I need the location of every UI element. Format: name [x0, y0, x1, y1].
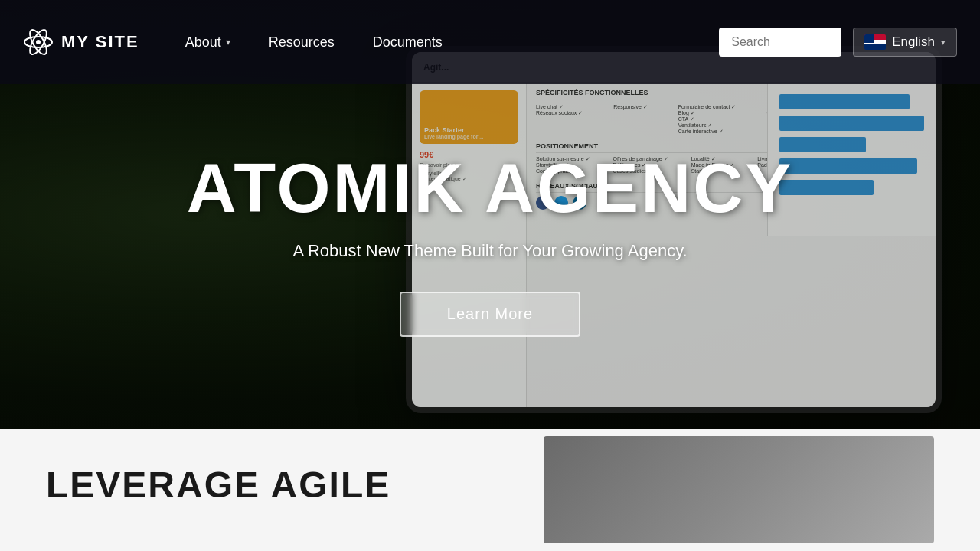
atom-icon: [23, 27, 54, 57]
below-hero-left: LEVERAGE AGILE: [46, 444, 498, 504]
navbar: MY SITE About ▾ Resources Documents Engl…: [0, 0, 980, 84]
below-hero-image-inner: [544, 436, 934, 543]
nav-resources-label: Resources: [269, 34, 335, 51]
hero-title: ATOMIK AGENCY: [187, 154, 793, 223]
nav-about[interactable]: About ▾: [170, 27, 246, 58]
nav-right: English ▾: [719, 28, 957, 57]
below-hero-title: LEVERAGE AGILE: [46, 467, 498, 504]
below-hero-section: LEVERAGE AGILE: [0, 429, 980, 551]
logo-text: MY SITE: [61, 32, 139, 52]
nav-documents-label: Documents: [373, 34, 443, 51]
site-logo[interactable]: MY SITE: [23, 27, 139, 57]
flag-us-icon: [864, 34, 886, 50]
nav-documents[interactable]: Documents: [358, 27, 458, 58]
nav-resources[interactable]: Resources: [253, 27, 350, 58]
below-hero-image: [544, 436, 934, 543]
nav-links: About ▾ Resources Documents: [170, 27, 697, 58]
nav-about-label: About: [185, 34, 221, 51]
language-selector[interactable]: English ▾: [853, 28, 957, 57]
chevron-down-icon: ▾: [226, 37, 230, 47]
hero-subtitle: A Robust New Theme Built for Your Growin…: [292, 241, 687, 261]
lang-chevron-icon: ▾: [941, 37, 946, 47]
svg-point-3: [36, 40, 41, 44]
search-input[interactable]: [719, 28, 841, 57]
language-label: English: [892, 34, 935, 50]
learn-more-button[interactable]: Learn More: [400, 292, 580, 337]
